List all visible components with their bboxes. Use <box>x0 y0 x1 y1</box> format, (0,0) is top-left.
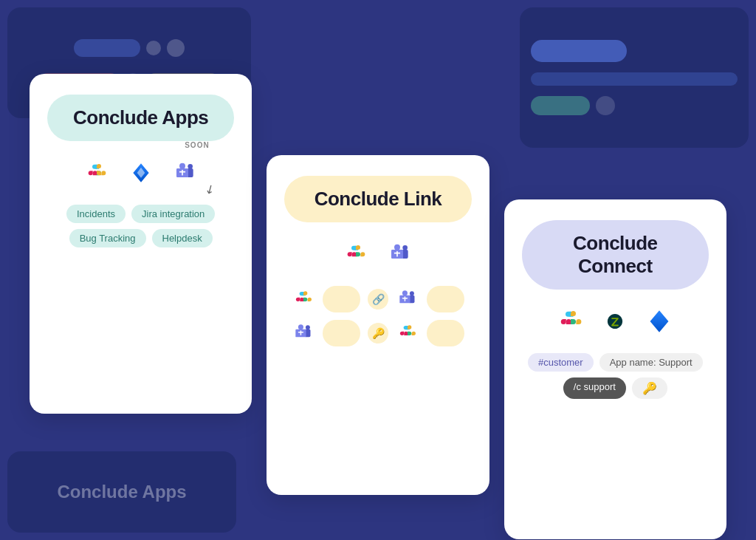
conclude-link-title-badge: Conclude Link <box>284 176 471 222</box>
main-container: Conclude Apps <box>15 15 741 525</box>
connect-tags: #customer App name: Support /c support 🔑 <box>522 353 709 399</box>
conclude-connect-title-badge: Conclude Connect <box>522 220 709 290</box>
link-slack-icon <box>339 237 373 271</box>
jira-icon <box>124 156 158 190</box>
connect-tag-key: 🔑 <box>632 377 667 399</box>
conclude-link-card: Conclude Link <box>267 155 489 495</box>
link-row2-left-icon <box>292 321 315 345</box>
teams-icon-wrapper: SOON ↙ <box>168 156 202 190</box>
zendesk-icon <box>598 304 632 338</box>
connect-tag-appname: App name: Support <box>599 353 703 372</box>
connect-jira-icon <box>642 304 676 338</box>
link-bar-1b <box>427 286 464 312</box>
arrow-icon: ↙ <box>202 180 217 197</box>
tag-bug-tracking: Bug Tracking <box>69 229 146 247</box>
link-bar-1a <box>323 286 360 312</box>
conclude-apps-title: Conclude Apps <box>68 106 213 129</box>
link-connector-2: 🔑 <box>368 323 388 344</box>
link-bar-2a <box>323 320 360 346</box>
soon-badge: SOON <box>185 141 209 149</box>
tag-helpdesk: Helpdesk <box>152 229 213 247</box>
svg-point-8 <box>394 245 400 250</box>
svg-point-12 <box>402 290 408 295</box>
svg-point-14 <box>306 325 310 329</box>
svg-point-4 <box>179 163 185 169</box>
conclude-connect-title: Conclude Connect <box>543 232 688 278</box>
tag-jira: Jira integration <box>131 205 215 223</box>
link-bar-2b <box>427 320 464 346</box>
svg-point-11 <box>410 291 414 295</box>
link-row-2: 🔑 <box>292 320 464 346</box>
link-connector-1: 🔗 <box>368 289 388 310</box>
conclude-apps-icons-row: SOON ↙ <box>80 156 202 190</box>
slack-icon <box>80 156 114 190</box>
link-teams-icon <box>383 237 417 271</box>
link-visual: 🔗 <box>284 286 471 346</box>
svg-point-3 <box>188 164 193 169</box>
svg-point-15 <box>298 324 303 329</box>
connect-slack-icon <box>554 304 588 338</box>
conclude-link-top-icons <box>339 237 417 271</box>
conclude-apps-title-badge: Conclude Apps <box>47 95 234 141</box>
conclude-connect-icons-row <box>554 304 676 338</box>
link-row1-left-icon <box>292 287 315 311</box>
conclude-apps-card: Conclude Apps <box>30 74 252 414</box>
link-row-1: 🔗 <box>292 286 464 312</box>
conclude-apps-tags: Incidents Jira integration Bug Tracking … <box>47 205 234 247</box>
tag-incidents: Incidents <box>66 205 126 223</box>
connect-tag-command: /c support <box>563 377 626 399</box>
conclude-link-title: Conclude Link <box>305 188 450 211</box>
connect-tag-customer: #customer <box>528 353 594 372</box>
svg-point-7 <box>402 245 408 250</box>
link-row1-right-icon <box>396 287 419 311</box>
link-row2-right-icon <box>396 321 419 345</box>
conclude-connect-card: Conclude Connect <box>504 199 726 539</box>
teams-icon <box>168 156 202 190</box>
